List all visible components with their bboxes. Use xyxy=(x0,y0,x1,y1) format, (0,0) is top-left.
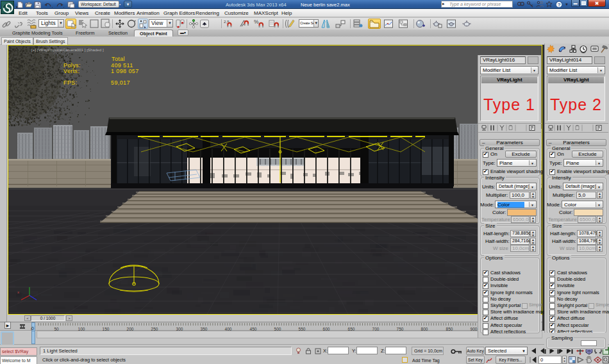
svg-text:%: % xyxy=(254,19,259,25)
svg-text:x: x xyxy=(17,290,19,294)
svg-text:?: ? xyxy=(558,2,561,8)
